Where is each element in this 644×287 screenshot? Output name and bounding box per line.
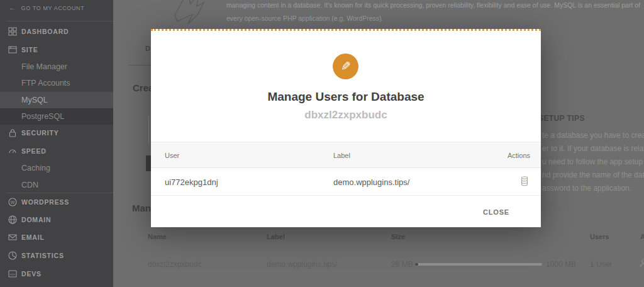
sidebar-item-label: DASHBOARD bbox=[21, 28, 69, 35]
sidebar: ←GO TO MY ACCOUNT DASHBOARD SITE File Ma… bbox=[0, 0, 113, 287]
sidebar-item-dashboard[interactable]: DASHBOARD bbox=[0, 23, 113, 40]
bg-table-header-size: Size bbox=[391, 233, 405, 240]
wordpress-icon: W bbox=[8, 198, 17, 207]
modal-table-header: User Label Actions bbox=[151, 142, 541, 168]
back-arrow-icon: ← bbox=[9, 4, 16, 11]
sidebar-item-site[interactable]: SITE bbox=[0, 42, 113, 58]
setup-tips-line: assword to the application. bbox=[542, 184, 631, 193]
sidebar-item-label: SECURITY bbox=[21, 129, 59, 137]
sidebar-item-cdn[interactable]: CDN bbox=[0, 177, 113, 193]
security-icon bbox=[8, 128, 17, 138]
sidebar-item-devs[interactable]: </> DEVS bbox=[0, 266, 113, 282]
sidebar-item-label: STATISTICS bbox=[21, 252, 64, 259]
db-size-progress-fill bbox=[415, 263, 418, 266]
sidebar-item-security[interactable]: SECURITY bbox=[0, 125, 113, 141]
setup-tips-title: SETUP TIPS bbox=[538, 114, 585, 123]
column-header-label: Label bbox=[333, 152, 350, 159]
column-header-user: User bbox=[165, 152, 179, 159]
svg-text:</>: </> bbox=[9, 273, 15, 276]
database-action-icon[interactable] bbox=[521, 176, 528, 189]
mysql-description-line1: managing content in a database. It's kno… bbox=[226, 1, 640, 9]
close-button[interactable]: CLOSE bbox=[483, 208, 509, 216]
sidebar-item-label: CDN bbox=[21, 181, 38, 189]
sidebar-item-file-manager[interactable]: File Manager bbox=[0, 59, 113, 75]
bg-db-label: demo.wpplugins.tips/ bbox=[267, 260, 337, 269]
app-window: ←GO TO MY ACCOUNT DASHBOARD SITE File Ma… bbox=[0, 0, 644, 287]
setup-tips-line: te a database you have to create a bbox=[542, 131, 644, 140]
sidebar-item-label: FTP Accounts bbox=[21, 79, 70, 87]
svg-text:W: W bbox=[10, 200, 14, 205]
sidebar-item-label: PostgreSQL bbox=[21, 112, 64, 121]
sidebar-item-label: SPEED bbox=[21, 147, 47, 155]
mysql-logo-icon bbox=[169, 0, 208, 30]
sidebar-item-speed[interactable]: SPEED bbox=[0, 143, 113, 159]
setup-tips-line: u need to follow the app setup bbox=[542, 157, 643, 166]
sidebar-item-caching[interactable]: Caching bbox=[0, 160, 113, 176]
manage-users-modal: ✎ Manage Users for Database dbxzl2zxpxbu… bbox=[151, 29, 541, 227]
sidebar-item-ftp-accounts[interactable]: FTP Accounts bbox=[0, 75, 113, 91]
setup-tips-line: er to it. If your database is related bbox=[542, 144, 644, 153]
bg-db-size-used: 26 MB bbox=[391, 260, 413, 269]
bg-db-size-total: 1000 MB bbox=[546, 260, 576, 269]
sidebar-item-domain[interactable]: DOMAIN bbox=[0, 211, 113, 228]
sidebar-item-label: SITE bbox=[21, 46, 38, 53]
tab-underline bbox=[129, 65, 151, 65]
sidebar-divider bbox=[6, 21, 113, 21]
bg-table-header-users: Users bbox=[590, 233, 609, 240]
user-label: demo.wpplugins.tips/ bbox=[333, 177, 409, 187]
db-size-progress-bar bbox=[415, 263, 542, 266]
speed-icon bbox=[8, 147, 17, 156]
site-icon bbox=[8, 45, 17, 55]
back-to-account-link[interactable]: ←GO TO MY ACCOUNT bbox=[9, 4, 84, 11]
sidebar-item-statistics[interactable]: STATISTICS bbox=[0, 247, 113, 264]
dashboard-icon bbox=[8, 27, 17, 37]
modal-title: Manage Users for Database bbox=[151, 90, 541, 104]
bg-db-name: dbxzl2zxpxbudc bbox=[148, 260, 201, 269]
user-name: ui772ekpg1dnj bbox=[165, 177, 218, 187]
manage-databases-heading-fragment: Man bbox=[132, 203, 151, 213]
button-edge-fragment bbox=[146, 155, 151, 171]
sidebar-item-postgresql[interactable]: PostgreSQL bbox=[0, 108, 113, 125]
bg-table-header-name: Name bbox=[148, 233, 167, 240]
mysql-description-line2: every open-source PHP application (e.g. … bbox=[226, 14, 383, 22]
sidebar-item-label: DEVS bbox=[21, 270, 42, 278]
sidebar-item-email[interactable]: EMAIL bbox=[0, 229, 113, 245]
back-link-label: GO TO MY ACCOUNT bbox=[21, 5, 85, 11]
input-edge-fragment bbox=[148, 116, 149, 144]
domain-icon bbox=[8, 215, 17, 225]
sidebar-item-wordpress[interactable]: W WORDPRESS bbox=[0, 194, 113, 210]
modal-table-row: ui772ekpg1dnj demo.wpplugins.tips/ bbox=[151, 168, 541, 196]
sidebar-item-label: WORDPRESS bbox=[21, 198, 69, 206]
bg-table-header-actions-fragment: A bbox=[640, 233, 644, 240]
sidebar-item-label: Caching bbox=[21, 164, 50, 172]
email-icon bbox=[8, 233, 17, 242]
sidebar-item-label: File Manager bbox=[21, 62, 67, 71]
sidebar-item-label: DOMAIN bbox=[21, 216, 51, 223]
sidebar-item-label: MySQL bbox=[21, 96, 48, 104]
devs-icon: </> bbox=[8, 269, 17, 279]
setup-tips-line: nd provide the name of the databa bbox=[542, 171, 644, 179]
modal-database-name: dbxzl2zxpxbudc bbox=[151, 109, 541, 121]
pencil-icon: ✎ bbox=[341, 60, 351, 72]
bg-table-header-label: Label bbox=[267, 233, 285, 240]
sidebar-divider bbox=[6, 193, 113, 193]
manage-users-icon[interactable] bbox=[639, 258, 644, 271]
statistics-icon bbox=[8, 251, 17, 261]
bg-db-users-count: 1 User bbox=[590, 260, 612, 269]
sidebar-item-mysql[interactable]: MySQL bbox=[0, 92, 113, 108]
column-header-actions: Actions bbox=[508, 152, 530, 159]
edit-icon-badge: ✎ bbox=[333, 53, 358, 79]
tab-databases-fragment[interactable]: D bbox=[145, 45, 150, 52]
sidebar-item-label: EMAIL bbox=[21, 234, 45, 241]
